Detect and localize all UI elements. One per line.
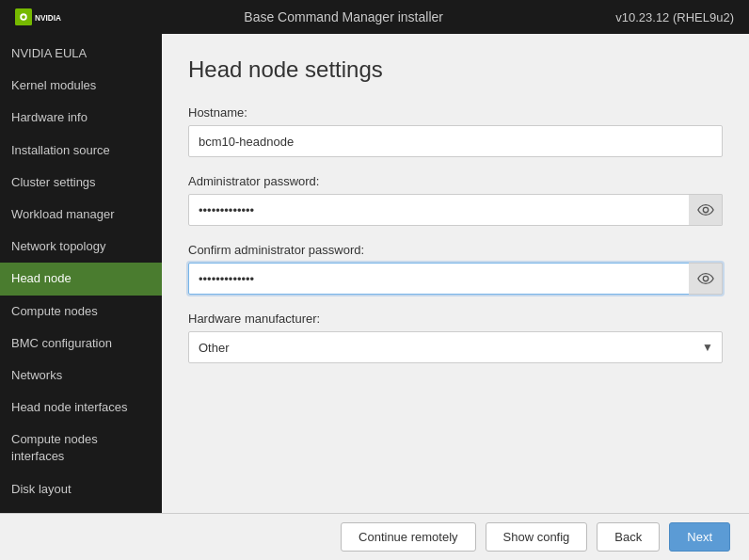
svg-point-4 (703, 207, 708, 212)
confirm-password-group: Confirm administrator password: (188, 243, 723, 295)
admin-password-input[interactable] (188, 194, 723, 226)
confirm-password-field-wrapper (188, 263, 723, 295)
sidebar-item-head-node-interfaces[interactable]: Head node interfaces (0, 392, 162, 424)
confirm-password-input[interactable] (188, 263, 723, 295)
hardware-manufacturer-group: Hardware manufacturer: Other Dell HP Len… (188, 312, 723, 363)
admin-password-toggle-button[interactable] (689, 194, 723, 226)
sidebar-item-cluster-settings[interactable]: Cluster settings (0, 167, 162, 199)
back-button[interactable]: Back (597, 522, 660, 552)
sidebar-item-compute-nodes[interactable]: Compute nodes (0, 296, 162, 328)
confirm-password-label: Confirm administrator password: (188, 243, 723, 257)
sidebar-item-compute-nodes-interfaces[interactable]: Compute nodes interfaces (0, 424, 162, 472)
eye-icon-confirm (697, 270, 714, 287)
admin-password-label: Administrator password: (188, 174, 723, 188)
sidebar: NVIDIA EULAKernel modulesHardware infoIn… (0, 34, 162, 513)
show-config-button[interactable]: Show config (486, 522, 588, 552)
sidebar-item-installation-source[interactable]: Installation source (0, 135, 162, 167)
svg-text:NVIDIA: NVIDIA (35, 14, 61, 23)
app-header: NVIDIA Base Command Manager installer v1… (0, 0, 749, 34)
main-layout: NVIDIA EULAKernel modulesHardware infoIn… (0, 34, 749, 513)
hardware-manufacturer-select-wrapper: Other Dell HP Lenovo Supermicro ▼ (188, 331, 723, 363)
eye-icon (697, 201, 714, 218)
sidebar-item-head-node[interactable]: Head node (0, 263, 162, 295)
sidebar-item-network-topology[interactable]: Network topology (0, 231, 162, 263)
content-area: Head node settings Hostname: Administrat… (162, 34, 749, 513)
sidebar-item-disk-layout-settings[interactable]: Disk layout settings (0, 505, 162, 513)
hostname-group: Hostname: (188, 105, 723, 157)
sidebar-item-hardware-info[interactable]: Hardware info (0, 102, 162, 134)
page-title: Head node settings (188, 56, 723, 83)
sidebar-item-kernel-modules[interactable]: Kernel modules (0, 70, 162, 102)
nvidia-logo-svg: NVIDIA (15, 7, 72, 27)
svg-point-5 (703, 276, 708, 280)
sidebar-item-nvidia-eula[interactable]: NVIDIA EULA (0, 38, 162, 70)
sidebar-item-workload-manager[interactable]: Workload manager (0, 199, 162, 231)
admin-password-field-wrapper (188, 194, 723, 226)
continue-remotely-button[interactable]: Continue remotely (341, 522, 476, 552)
hostname-label: Hostname: (188, 105, 723, 120)
sidebar-item-networks[interactable]: Networks (0, 360, 162, 392)
app-title: Base Command Manager installer (244, 9, 443, 24)
hostname-input[interactable] (188, 125, 723, 157)
next-button[interactable]: Next (669, 522, 730, 552)
admin-password-group: Administrator password: (188, 174, 723, 226)
app-version: v10.23.12 (RHEL9u2) (615, 10, 734, 24)
nvidia-logo-area: NVIDIA (15, 7, 72, 27)
confirm-password-toggle-button[interactable] (689, 263, 723, 295)
svg-point-2 (22, 15, 25, 19)
sidebar-item-disk-layout[interactable]: Disk layout (0, 473, 162, 505)
hardware-manufacturer-select[interactable]: Other Dell HP Lenovo Supermicro (188, 331, 723, 363)
footer: Continue remotely Show config Back Next (0, 513, 749, 560)
hardware-manufacturer-label: Hardware manufacturer: (188, 312, 723, 326)
sidebar-item-bmc-configuration[interactable]: BMC configuration (0, 328, 162, 360)
